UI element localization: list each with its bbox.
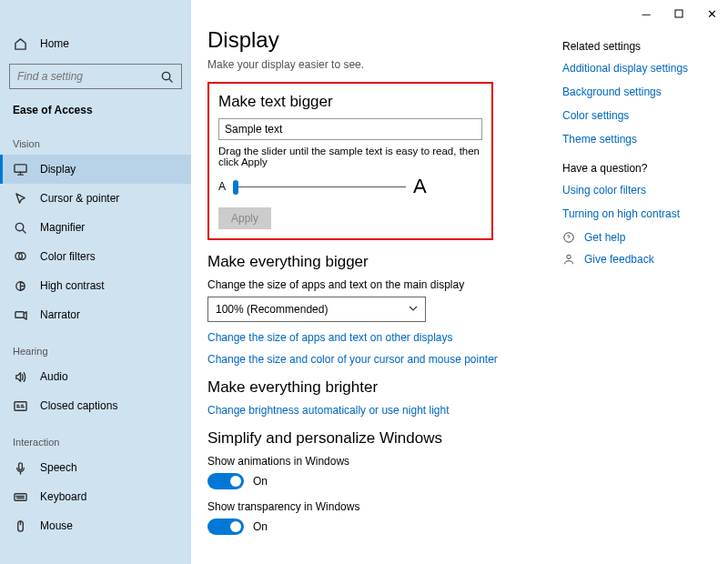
mouse-icon — [13, 519, 27, 533]
small-a-label: A — [218, 180, 226, 193]
feedback-icon — [562, 253, 575, 266]
magnifier-icon — [13, 220, 27, 235]
give-feedback[interactable]: Give feedback — [562, 253, 717, 266]
sidebar-item-label: Display — [40, 163, 76, 176]
speech-icon — [13, 460, 27, 475]
slider-thumb[interactable] — [233, 180, 238, 195]
section-everything-bigger: Make everything bigger — [207, 253, 555, 271]
sidebar-item-label: Color filters — [40, 250, 96, 263]
animations-label: Show animations in Windows — [207, 455, 555, 468]
transparency-label: Show transparency in Windows — [207, 500, 555, 513]
sidebar-item-narrator[interactable]: Narrator — [0, 300, 191, 329]
main-content: Display Make your display easier to see.… — [207, 27, 555, 564]
svg-point-1 — [162, 72, 169, 79]
keyboard-icon — [13, 489, 27, 504]
link-other-displays[interactable]: Change the size of apps and text on othe… — [207, 331, 555, 344]
sidebar-item-label: Narrator — [40, 308, 80, 321]
sidebar-item-label: Speech — [40, 461, 77, 474]
highlight-box: Make text bigger Drag the slider until t… — [207, 82, 493, 240]
svg-rect-7 — [15, 311, 23, 317]
svg-rect-10 — [14, 493, 25, 500]
get-help[interactable]: Get help — [562, 231, 717, 244]
sidebar-item-label: Mouse — [40, 519, 73, 532]
get-help-label: Get help — [584, 231, 625, 244]
search-icon — [159, 69, 174, 84]
contrast-icon — [13, 278, 27, 293]
sidebar-item-display[interactable]: Display — [0, 155, 191, 184]
svg-rect-2 — [14, 164, 25, 171]
filters-icon — [13, 249, 27, 264]
sidebar-item-label: Keyboard — [40, 490, 86, 503]
related-panel: Related settings Additional display sett… — [562, 40, 717, 275]
home-icon — [13, 36, 27, 51]
link-cursor-size[interactable]: Change the size and color of your cursor… — [207, 353, 555, 366]
sample-text-input[interactable] — [218, 118, 482, 140]
scale-dropdown[interactable]: 100% (Recommended) — [207, 297, 426, 322]
dropdown-value: 100% (Recommended) — [216, 303, 328, 316]
sidebar-item-audio[interactable]: Audio — [0, 362, 191, 391]
section-brighter: Make everything brighter — [207, 378, 555, 397]
maximize-button[interactable] — [662, 0, 695, 27]
display-icon — [13, 162, 27, 176]
chevron-down-icon — [409, 303, 418, 316]
sidebar-home[interactable]: Home — [0, 29, 191, 58]
help-icon — [562, 231, 575, 244]
audio-icon — [13, 369, 27, 384]
transparency-state: On — [253, 520, 268, 533]
sidebar-item-keyboard[interactable]: Keyboard — [0, 482, 191, 511]
animations-state: On — [253, 475, 268, 488]
cursor-icon — [13, 191, 27, 206]
large-a-label: A — [413, 175, 427, 198]
captions-icon — [13, 398, 27, 413]
animations-toggle[interactable] — [207, 473, 244, 489]
link-color[interactable]: Color settings — [562, 109, 717, 122]
sidebar-item-filters[interactable]: Color filters — [0, 242, 191, 271]
give-feedback-label: Give feedback — [584, 253, 654, 266]
scale-desc: Change the size of apps and text on the … — [207, 278, 555, 291]
sidebar-item-label: Closed captions — [40, 399, 117, 412]
category-interaction: Interaction — [0, 420, 191, 453]
question-header: Have a question? — [562, 162, 717, 175]
svg-rect-0 — [675, 10, 682, 17]
page-subtitle: Make your display easier to see. — [207, 58, 555, 71]
sidebar-item-contrast[interactable]: High contrast — [0, 271, 191, 300]
link-high-contrast[interactable]: Turning on high contrast — [562, 207, 717, 220]
sidebar-group-ease: Ease of Access — [0, 98, 191, 122]
svg-rect-9 — [18, 462, 22, 469]
link-additional-display[interactable]: Additional display settings — [562, 62, 717, 75]
close-button[interactable]: ✕ — [695, 0, 728, 27]
sidebar-item-label: Audio — [40, 370, 68, 383]
related-header: Related settings — [562, 40, 717, 53]
page-title: Display — [207, 27, 555, 53]
section-simplify: Simplify and personalize Windows — [207, 429, 555, 448]
category-hearing: Hearing — [0, 329, 191, 362]
sidebar-item-cursor[interactable]: Cursor & pointer — [0, 184, 191, 213]
svg-rect-8 — [14, 401, 25, 409]
sidebar-item-mouse[interactable]: Mouse — [0, 511, 191, 540]
sidebar-item-label: Magnifier — [40, 221, 85, 234]
sidebar-item-label: High contrast — [40, 279, 105, 292]
link-theme[interactable]: Theme settings — [562, 133, 717, 146]
svg-point-3 — [15, 223, 23, 230]
minimize-button[interactable]: ─ — [630, 0, 662, 27]
sidebar-item-label: Cursor & pointer — [40, 192, 119, 205]
sidebar-item-speech[interactable]: Speech — [0, 453, 191, 482]
link-background[interactable]: Background settings — [562, 86, 717, 98]
link-color-filters[interactable]: Using color filters — [562, 184, 717, 196]
narrator-icon — [13, 307, 27, 322]
search-input-wrap[interactable] — [9, 64, 182, 89]
transparency-toggle[interactable] — [207, 519, 244, 535]
search-input[interactable] — [17, 70, 159, 83]
sidebar-home-label: Home — [40, 37, 69, 50]
category-vision: Vision — [0, 122, 191, 155]
sidebar-item-captions[interactable]: Closed captions — [0, 391, 191, 420]
sidebar-item-magnifier[interactable]: Magnifier — [0, 213, 191, 242]
apply-button[interactable]: Apply — [218, 207, 271, 229]
svg-point-13 — [567, 255, 571, 258]
slider-instruction: Drag the slider until the sample text is… — [218, 146, 482, 167]
sidebar: Home Ease of Access Vision Display Curso… — [0, 0, 191, 564]
section-text-bigger: Make text bigger — [218, 93, 482, 111]
text-size-slider[interactable] — [233, 186, 406, 187]
link-brightness[interactable]: Change brightness automatically or use n… — [207, 404, 555, 417]
